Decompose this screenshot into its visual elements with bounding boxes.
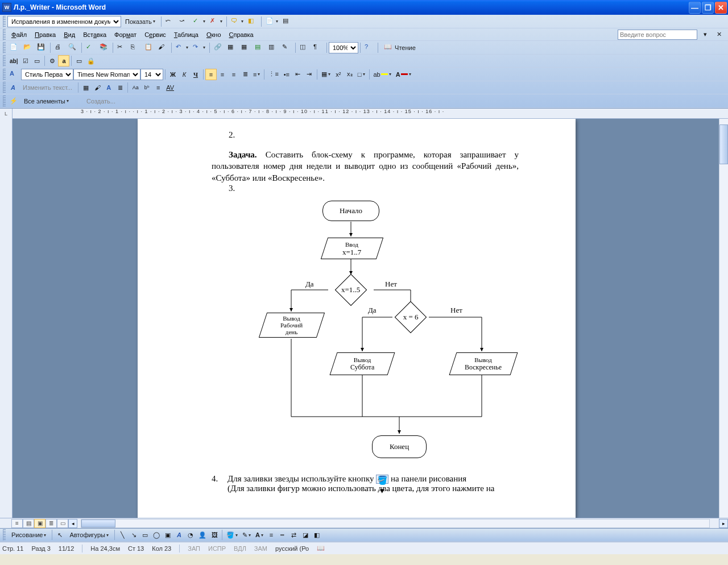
new-doc-button[interactable]: 📄 [7, 42, 21, 53]
grip-icon[interactable] [3, 42, 6, 53]
dropdown-field-button[interactable]: ▭ [31, 55, 43, 67]
insert-wordart-button[interactable]: A [7, 82, 19, 93]
borders-button[interactable]: ▦ [319, 69, 333, 80]
wordart-alignment-button[interactable]: ≡ [152, 82, 164, 93]
research-button[interactable]: 📚 [97, 42, 111, 53]
decrease-indent-button[interactable]: ⇤ [292, 69, 304, 80]
font-size-select[interactable]: 14 [140, 69, 163, 80]
normal-view-button[interactable]: ≡ [11, 519, 23, 528]
style-select[interactable]: Стиль Первая с [21, 69, 73, 80]
document-map-button[interactable]: ◫ [297, 42, 311, 53]
align-right-button[interactable]: ≡ [228, 69, 239, 80]
new-comment-button[interactable]: 🗨 [229, 16, 246, 27]
horizontal-scrollbar[interactable] [81, 519, 710, 528]
format-painter-button[interactable]: 🖌 [156, 42, 169, 53]
insert-picture-button[interactable]: 🖼 [209, 529, 220, 541]
line-spacing-button[interactable]: ≡ [251, 69, 262, 80]
grip-icon[interactable] [3, 29, 6, 40]
grip-icon[interactable] [3, 69, 6, 80]
grip-icon[interactable] [3, 95, 6, 107]
increase-indent-button[interactable]: ⇥ [304, 69, 315, 80]
insert-excel-button[interactable]: ▤ [253, 42, 266, 53]
hyperlink-button[interactable]: 🔗 [212, 42, 225, 53]
status-trk[interactable]: ИСПР [208, 545, 226, 552]
highlight-button[interactable]: ◧ [246, 16, 259, 27]
save-button[interactable]: 💾 [35, 42, 48, 53]
reviewing-pane-button[interactable]: ▤ [280, 16, 294, 27]
insert-table-button[interactable]: ▦ [239, 42, 253, 53]
line-tool-button[interactable]: ╲ [117, 529, 128, 541]
menu-insert[interactable]: Вставка [79, 30, 110, 39]
track-changes-display-select[interactable]: Исправления в измененном документе [7, 16, 121, 27]
status-ext[interactable]: ВДЛ [234, 545, 246, 552]
menu-help[interactable]: Справка [225, 30, 258, 39]
line-style-button[interactable]: ≡ [266, 529, 277, 541]
autoshapes-button[interactable]: Автофигуры [65, 529, 113, 541]
grip-icon[interactable] [3, 82, 6, 93]
wordart-tool-button[interactable]: A [173, 529, 185, 541]
protect-form-button[interactable]: 🔒 [85, 55, 97, 67]
wordart-gallery-button[interactable]: ▦ [80, 82, 92, 93]
fill-color-button[interactable]: 🪣 [224, 529, 240, 541]
paste-button[interactable]: 📋 [142, 42, 156, 53]
scroll-left-button[interactable]: ◂ [68, 519, 77, 528]
vertical-ruler[interactable] [0, 119, 13, 518]
font-name-select[interactable]: Times New Roman [73, 69, 140, 80]
wordart-wrap-button[interactable]: ≣ [114, 82, 126, 93]
scroll-thumb[interactable] [719, 124, 728, 164]
web-view-button[interactable]: ▤ [23, 519, 34, 528]
undo-button[interactable]: ↶ [173, 42, 191, 53]
menu-service[interactable]: Сервис [140, 30, 170, 39]
bold-button[interactable]: Ж [167, 69, 179, 80]
text-field-button[interactable]: ab| [7, 55, 20, 67]
highlight-color-button[interactable]: ab [371, 69, 394, 80]
numbered-list-button[interactable]: ⋮≡ [266, 69, 280, 80]
menu-format[interactable]: Формат [110, 30, 140, 39]
menu-window[interactable]: Окно [202, 30, 225, 39]
3d-button[interactable]: ◧ [311, 529, 322, 541]
spelling-button[interactable]: ✓ [84, 42, 97, 53]
redo-button[interactable]: ↷ [191, 42, 208, 53]
clipart-button[interactable]: 👤 [196, 529, 209, 541]
reading-layout-button[interactable]: 📖 Чтение [380, 42, 420, 53]
status-ovr[interactable]: ЗАМ [254, 545, 267, 552]
menu-table[interactable]: Таблица [170, 30, 202, 39]
form-shading-button[interactable]: a [58, 55, 69, 67]
arrow-tool-button[interactable]: ↘ [128, 529, 139, 541]
tables-borders-button[interactable]: ▦ [225, 42, 239, 53]
accept-change-button[interactable]: ✓ [191, 16, 208, 27]
wordart-format-button[interactable]: 🖌 [92, 82, 103, 93]
vertical-scrollbar[interactable] [719, 119, 728, 518]
styles-pane-button[interactable]: A [7, 69, 21, 80]
form-options-button[interactable]: ⚙ [47, 55, 58, 67]
align-left-button[interactable]: ≡ [205, 69, 217, 80]
dash-style-button[interactable]: ┅ [277, 529, 288, 541]
font-color-button-2[interactable]: A [253, 529, 266, 541]
select-objects-button[interactable]: ↖ [54, 529, 65, 541]
minimize-button[interactable]: — [689, 2, 701, 14]
italic-button[interactable]: К [179, 69, 190, 80]
shadow-button[interactable]: ◪ [300, 529, 311, 541]
status-spelling-icon[interactable]: 📖 [317, 545, 325, 552]
align-justify-button[interactable]: ≣ [239, 69, 251, 80]
prev-change-button[interactable]: ⤺ [163, 16, 177, 27]
zoom-select[interactable]: 100% [329, 42, 358, 53]
align-center-button[interactable]: ≡ [217, 69, 228, 80]
horizontal-ruler[interactable]: 3 · ı · 2 · ı · 1 · ı · · ı · 1 · ı · 2 … [13, 109, 728, 119]
next-change-button[interactable]: ⤻ [177, 16, 191, 27]
open-button[interactable]: 📂 [21, 42, 35, 53]
menu-view[interactable]: Вид [60, 30, 79, 39]
menu-edit[interactable]: Правка [31, 30, 60, 39]
print-layout-view-button[interactable]: ▣ [34, 519, 46, 528]
create-autotext-button[interactable]: Создать... [82, 95, 119, 107]
track-options-button[interactable]: 📄 [263, 16, 280, 27]
columns-button[interactable]: ▥ [266, 42, 280, 53]
diagram-tool-button[interactable]: ◔ [185, 529, 196, 541]
checkbox-field-button[interactable]: ☑ [20, 55, 31, 67]
superscript-button[interactable]: x² [333, 69, 344, 80]
print-preview-button[interactable]: 🔍 [66, 42, 80, 53]
wordart-vertical-button[interactable]: bᵇ [141, 82, 152, 93]
grip-icon[interactable] [3, 529, 6, 541]
insert-frame-button[interactable]: ▭ [73, 55, 85, 67]
page[interactable]: 2. Задача. Составить блок-схему к програ… [138, 119, 576, 518]
